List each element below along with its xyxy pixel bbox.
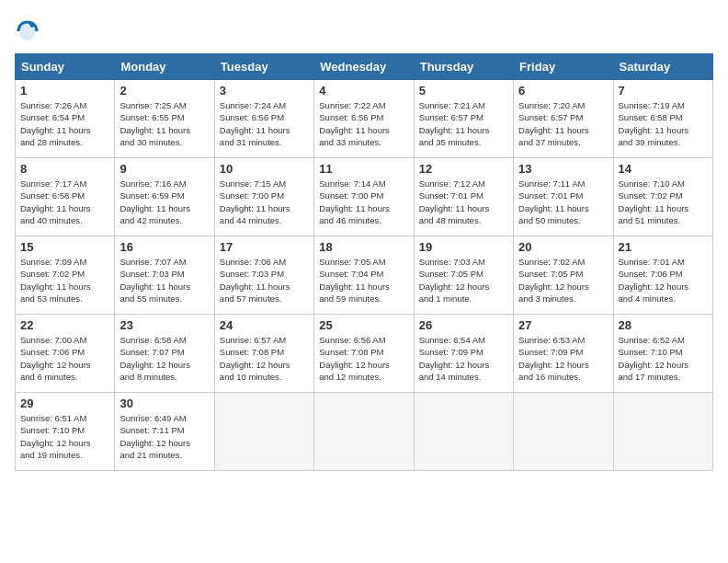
header [15,15,713,44]
day-cell: 14Sunrise: 7:10 AM Sunset: 7:02 PM Dayli… [613,158,712,236]
day-number: 28 [619,318,708,332]
column-header-thursday: Thursday [414,54,513,80]
day-cell: 30Sunrise: 6:49 AM Sunset: 7:11 PM Dayli… [115,393,214,471]
day-number: 3 [220,84,309,98]
column-header-wednesday: Wednesday [314,54,414,80]
day-number: 10 [220,162,309,176]
day-cell: 3Sunrise: 7:24 AM Sunset: 6:56 PM Daylig… [214,80,313,158]
day-cell: 12Sunrise: 7:12 AM Sunset: 7:01 PM Dayli… [414,158,513,236]
day-number: 22 [20,318,109,332]
day-number: 16 [119,240,209,254]
logo [15,18,42,44]
day-number: 18 [319,240,408,254]
day-cell: 21Sunrise: 7:01 AM Sunset: 7:06 PM Dayli… [613,236,712,315]
day-number: 1 [20,84,109,98]
day-number: 17 [220,240,309,254]
day-cell: 9Sunrise: 7:16 AM Sunset: 6:59 PM Daylig… [115,158,214,236]
week-row-4: 22Sunrise: 7:00 AM Sunset: 7:06 PM Dayli… [16,315,713,393]
day-cell: 8Sunrise: 7:17 AM Sunset: 6:58 PM Daylig… [16,158,115,236]
column-header-saturday: Saturday [613,54,712,80]
day-info: Sunrise: 7:05 AM Sunset: 7:04 PM Dayligh… [319,256,408,304]
week-row-5: 29Sunrise: 6:51 AM Sunset: 7:10 PM Dayli… [16,393,713,471]
calendar-body: 1Sunrise: 7:26 AM Sunset: 6:54 PM Daylig… [16,80,713,471]
day-number: 20 [518,240,608,254]
day-number: 25 [319,318,408,332]
day-cell: 15Sunrise: 7:09 AM Sunset: 7:02 PM Dayli… [16,236,115,315]
day-number: 2 [119,84,209,98]
day-number: 12 [419,162,508,176]
day-cell: 1Sunrise: 7:26 AM Sunset: 6:54 PM Daylig… [16,80,115,158]
column-header-friday: Friday [514,54,613,80]
day-number: 14 [619,162,708,176]
day-number: 4 [319,84,408,98]
day-info: Sunrise: 7:12 AM Sunset: 7:01 PM Dayligh… [419,178,508,226]
day-cell [214,393,313,471]
day-number: 15 [20,240,109,254]
day-info: Sunrise: 6:49 AM Sunset: 7:11 PM Dayligh… [119,412,209,461]
day-info: Sunrise: 7:22 AM Sunset: 6:56 PM Dayligh… [319,99,408,148]
column-header-monday: Monday [115,54,214,80]
day-number: 5 [419,84,508,98]
day-info: Sunrise: 7:10 AM Sunset: 7:02 PM Dayligh… [619,178,708,226]
header-row: SundayMondayTuesdayWednesdayThursdayFrid… [16,54,713,80]
day-info: Sunrise: 7:11 AM Sunset: 7:01 PM Dayligh… [518,178,608,226]
day-info: Sunrise: 7:14 AM Sunset: 7:00 PM Dayligh… [319,178,408,226]
day-cell: 16Sunrise: 7:07 AM Sunset: 7:03 PM Dayli… [115,236,214,315]
day-info: Sunrise: 7:07 AM Sunset: 7:03 PM Dayligh… [119,256,209,304]
day-info: Sunrise: 7:15 AM Sunset: 7:00 PM Dayligh… [220,178,309,226]
day-number: 29 [20,396,109,410]
day-cell: 11Sunrise: 7:14 AM Sunset: 7:00 PM Dayli… [314,158,414,236]
day-number: 23 [119,318,209,332]
day-cell: 28Sunrise: 6:52 AM Sunset: 7:10 PM Dayli… [613,315,712,393]
day-cell: 22Sunrise: 7:00 AM Sunset: 7:06 PM Dayli… [16,315,115,393]
day-cell: 7Sunrise: 7:19 AM Sunset: 6:58 PM Daylig… [613,80,712,158]
day-cell: 23Sunrise: 6:58 AM Sunset: 7:07 PM Dayli… [115,315,214,393]
day-info: Sunrise: 7:19 AM Sunset: 6:58 PM Dayligh… [619,99,708,148]
day-info: Sunrise: 7:21 AM Sunset: 6:57 PM Dayligh… [419,99,508,148]
day-cell: 25Sunrise: 6:56 AM Sunset: 7:08 PM Dayli… [314,315,414,393]
day-cell [514,393,613,471]
calendar-header: SundayMondayTuesdayWednesdayThursdayFrid… [16,54,713,80]
day-cell: 10Sunrise: 7:15 AM Sunset: 7:00 PM Dayli… [214,158,313,236]
day-info: Sunrise: 6:51 AM Sunset: 7:10 PM Dayligh… [20,412,109,461]
day-cell [414,393,513,471]
day-cell: 13Sunrise: 7:11 AM Sunset: 7:01 PM Dayli… [514,158,613,236]
day-number: 9 [119,162,209,176]
day-info: Sunrise: 7:01 AM Sunset: 7:06 PM Dayligh… [619,256,708,304]
day-info: Sunrise: 7:26 AM Sunset: 6:54 PM Dayligh… [20,99,109,148]
day-cell [613,393,712,471]
day-info: Sunrise: 6:53 AM Sunset: 7:09 PM Dayligh… [518,334,608,383]
day-cell: 27Sunrise: 6:53 AM Sunset: 7:09 PM Dayli… [514,315,613,393]
day-number: 30 [119,396,209,410]
logo-icon [15,18,40,44]
day-cell: 18Sunrise: 7:05 AM Sunset: 7:04 PM Dayli… [314,236,414,315]
week-row-2: 8Sunrise: 7:17 AM Sunset: 6:58 PM Daylig… [16,158,713,236]
day-info: Sunrise: 7:17 AM Sunset: 6:58 PM Dayligh… [20,178,109,226]
day-cell: 19Sunrise: 7:03 AM Sunset: 7:05 PM Dayli… [414,236,513,315]
day-info: Sunrise: 6:58 AM Sunset: 7:07 PM Dayligh… [119,334,209,383]
day-info: Sunrise: 7:02 AM Sunset: 7:05 PM Dayligh… [518,256,608,304]
day-number: 19 [419,240,508,254]
day-number: 24 [220,318,309,332]
day-info: Sunrise: 6:54 AM Sunset: 7:09 PM Dayligh… [419,334,508,383]
week-row-1: 1Sunrise: 7:26 AM Sunset: 6:54 PM Daylig… [16,80,713,158]
day-info: Sunrise: 7:00 AM Sunset: 7:06 PM Dayligh… [20,334,109,383]
day-info: Sunrise: 7:20 AM Sunset: 6:57 PM Dayligh… [518,99,608,148]
day-info: Sunrise: 7:25 AM Sunset: 6:55 PM Dayligh… [119,99,209,148]
day-cell: 24Sunrise: 6:57 AM Sunset: 7:08 PM Dayli… [214,315,313,393]
day-number: 11 [319,162,408,176]
day-number: 6 [518,84,608,98]
day-info: Sunrise: 6:56 AM Sunset: 7:08 PM Dayligh… [319,334,408,383]
day-cell: 2Sunrise: 7:25 AM Sunset: 6:55 PM Daylig… [115,80,214,158]
week-row-3: 15Sunrise: 7:09 AM Sunset: 7:02 PM Dayli… [16,236,713,315]
day-info: Sunrise: 7:03 AM Sunset: 7:05 PM Dayligh… [419,256,508,304]
column-header-sunday: Sunday [16,54,115,80]
day-cell: 17Sunrise: 7:06 AM Sunset: 7:03 PM Dayli… [214,236,313,315]
day-number: 21 [619,240,708,254]
day-number: 7 [619,84,708,98]
day-info: Sunrise: 7:16 AM Sunset: 6:59 PM Dayligh… [119,178,209,226]
day-info: Sunrise: 7:24 AM Sunset: 6:56 PM Dayligh… [220,99,309,148]
day-cell: 6Sunrise: 7:20 AM Sunset: 6:57 PM Daylig… [514,80,613,158]
day-cell: 29Sunrise: 6:51 AM Sunset: 7:10 PM Dayli… [16,393,115,471]
day-cell: 4Sunrise: 7:22 AM Sunset: 6:56 PM Daylig… [314,80,414,158]
